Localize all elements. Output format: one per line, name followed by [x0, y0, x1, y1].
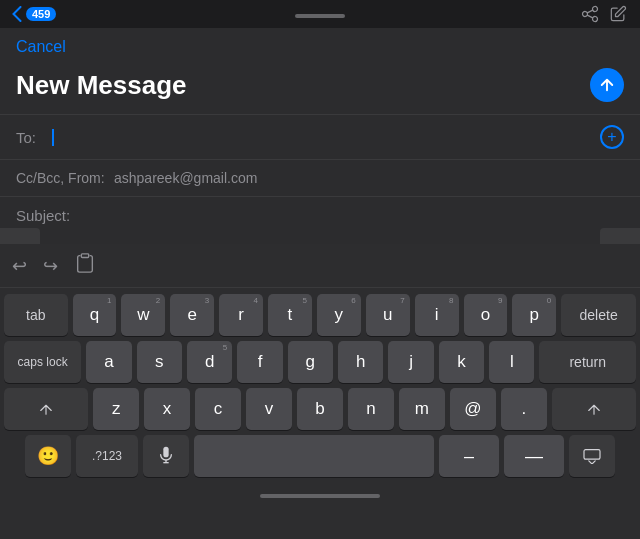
key-z[interactable]: z: [93, 388, 139, 430]
key-k[interactable]: k: [439, 341, 484, 383]
key-d[interactable]: 5d: [187, 341, 232, 383]
key-w[interactable]: 2w: [121, 294, 165, 336]
right-shift-key[interactable]: [552, 388, 636, 430]
ccbcc-field-row: Cc/Bcc, From: ashpareek@gmail.com: [0, 159, 640, 196]
subject-field-row: Subject:: [0, 196, 640, 234]
key-q[interactable]: 1q: [73, 294, 117, 336]
compose-header: Cancel: [0, 28, 640, 64]
key-x[interactable]: x: [144, 388, 190, 430]
emdash-key[interactable]: —: [504, 435, 564, 477]
compose-icon[interactable]: [608, 4, 628, 24]
key-o[interactable]: 9o: [464, 294, 508, 336]
key-f[interactable]: f: [237, 341, 282, 383]
key-s[interactable]: s: [137, 341, 182, 383]
caps-lock-key[interactable]: caps lock: [4, 341, 81, 383]
num-key[interactable]: .?123: [76, 435, 138, 477]
key-a[interactable]: a: [86, 341, 131, 383]
svg-rect-0: [81, 254, 88, 258]
share-icon[interactable]: [580, 4, 600, 24]
space-key[interactable]: [194, 435, 434, 477]
to-field-row: To: +: [0, 114, 640, 159]
subject-label: Subject:: [16, 207, 78, 224]
key-r[interactable]: 4r: [219, 294, 263, 336]
undo-icon[interactable]: ↩: [12, 255, 27, 277]
paste-icon[interactable]: [74, 252, 96, 279]
home-indicator: [260, 494, 380, 498]
key-y[interactable]: 6y: [317, 294, 361, 336]
key-t[interactable]: 5t: [268, 294, 312, 336]
delete-key[interactable]: delete: [561, 294, 636, 336]
key-v[interactable]: v: [246, 388, 292, 430]
key-j[interactable]: j: [388, 341, 433, 383]
ccbcc-label: Cc/Bcc, From:: [16, 170, 106, 186]
redo-icon[interactable]: ↪: [43, 255, 58, 277]
key-l[interactable]: l: [489, 341, 534, 383]
left-shift-key[interactable]: [4, 388, 88, 430]
key-at[interactable]: @: [450, 388, 496, 430]
key-i[interactable]: 8i: [415, 294, 459, 336]
key-e[interactable]: 3e: [170, 294, 214, 336]
key-c[interactable]: c: [195, 388, 241, 430]
to-label: To:: [16, 129, 48, 146]
key-row-3: z x c v b n m @ .: [4, 388, 636, 430]
keyboard-keys: tab 1q 2w 3e 4r 5t 6y 7u 8i 9o 0p delete…: [0, 288, 640, 486]
return-key[interactable]: return: [539, 341, 636, 383]
emoji-key[interactable]: 🙂: [25, 435, 71, 477]
key-n[interactable]: n: [348, 388, 394, 430]
key-period[interactable]: .: [501, 388, 547, 430]
key-b[interactable]: b: [297, 388, 343, 430]
dash-key[interactable]: –: [439, 435, 499, 477]
key-row-2: caps lock a s 5d f g h j k l return: [4, 341, 636, 383]
from-email: ashpareek@gmail.com: [114, 170, 257, 186]
send-button[interactable]: [590, 68, 624, 102]
svg-rect-4: [584, 450, 600, 460]
drag-handle: [295, 14, 345, 18]
tab-key[interactable]: tab: [4, 294, 67, 336]
add-recipient-button[interactable]: +: [600, 125, 624, 149]
bottom-bar: [0, 486, 640, 506]
status-bar: 459: [0, 0, 640, 28]
title-row: New Message: [0, 64, 640, 114]
key-g[interactable]: g: [288, 341, 333, 383]
subject-input[interactable]: [78, 207, 624, 224]
keyboard-toolbar: ↩ ↪: [0, 244, 640, 288]
back-button[interactable]: 459: [12, 6, 56, 22]
key-h[interactable]: h: [338, 341, 383, 383]
cancel-button[interactable]: Cancel: [16, 38, 66, 56]
key-row-1: tab 1q 2w 3e 4r 5t 6y 7u 8i 9o 0p delete: [4, 294, 636, 336]
status-icons: [580, 4, 628, 24]
svg-rect-1: [163, 447, 168, 458]
key-u[interactable]: 7u: [366, 294, 410, 336]
keyboard-dismiss-key[interactable]: [569, 435, 615, 477]
to-input[interactable]: [52, 129, 600, 146]
key-row-4: 🙂 .?123 – —: [4, 435, 636, 477]
key-p[interactable]: 0p: [512, 294, 556, 336]
mic-key[interactable]: [143, 435, 189, 477]
compose-title: New Message: [16, 70, 187, 101]
keyboard: ↩ ↪ tab 1q 2w 3e 4r 5t 6y 7u 8i 9o 0p de…: [0, 244, 640, 539]
unread-badge: 459: [26, 7, 56, 21]
key-m[interactable]: m: [399, 388, 445, 430]
